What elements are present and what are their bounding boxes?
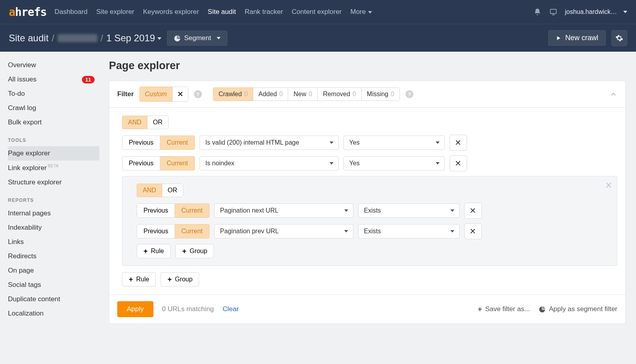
remove-rule-button[interactable]: ✕	[464, 223, 482, 239]
sidebar-structure-explorer[interactable]: Structure explorer	[8, 175, 99, 190]
tab-missing[interactable]: Missing 0	[362, 87, 400, 101]
logic-or[interactable]: OR	[147, 116, 169, 129]
nav-dashboard[interactable]: Dashboard	[54, 6, 88, 17]
new-crawl-button[interactable]: New crawl	[548, 30, 606, 46]
sidebar-internal-pages[interactable]: Internal pages	[8, 206, 99, 221]
breadcrumb-date-select[interactable]: 1 Sep 2019	[106, 33, 161, 44]
prev-button[interactable]: Previous	[122, 156, 160, 170]
logo: ahrefs	[9, 6, 47, 19]
sidebar-bulk-export[interactable]: Bulk export	[8, 115, 99, 130]
value-select[interactable]: Yes	[343, 156, 445, 170]
nav-more[interactable]: More	[350, 6, 373, 17]
nav-site-explorer[interactable]: Site explorer	[95, 6, 135, 17]
sidebar-social-tags[interactable]: Social tags	[8, 278, 99, 292]
clear-custom-button[interactable]: ✕	[173, 87, 188, 102]
add-rule-button[interactable]: +Rule	[137, 244, 171, 258]
sidebar: Overview All issues11 To-do Crawl log Bu…	[0, 52, 99, 336]
filter-header: Filter Custom ✕ ? Crawled 0 Added 0 New …	[109, 81, 625, 108]
sidebar-on-page[interactable]: On page	[8, 263, 99, 278]
collapse-toggle[interactable]	[609, 90, 617, 98]
custom-filter-pill: Custom ✕	[140, 87, 188, 102]
custom-label[interactable]: Custom	[140, 87, 173, 102]
add-group-button[interactable]: +Group	[161, 272, 199, 287]
nav-keywords-explorer[interactable]: Keywords explorer	[142, 6, 200, 17]
monitor-icon[interactable]	[549, 8, 558, 16]
clear-link[interactable]: Clear	[223, 305, 239, 313]
crawl-version-toggle: Previous Current	[137, 224, 209, 238]
play-icon	[556, 35, 561, 41]
segment-button[interactable]: Segment	[167, 31, 227, 46]
rule-row: Previous Current Is valid (200) internal…	[122, 135, 617, 151]
current-button[interactable]: Current	[175, 203, 209, 218]
value-select[interactable]: Exists	[358, 203, 460, 218]
chevron-down-icon	[157, 37, 161, 40]
logic-and[interactable]: AND	[122, 116, 147, 129]
sidebar-all-issues[interactable]: All issues11	[8, 72, 99, 87]
field-select[interactable]: Is noindex	[200, 156, 339, 170]
sidebar-reports-label: REPORTS	[8, 190, 99, 206]
rule-row: Previous Current Pagination prev URL Exi…	[137, 223, 610, 239]
settings-button[interactable]	[611, 30, 627, 46]
page-title: Page explorer	[109, 60, 626, 72]
tab-new[interactable]: New 0	[288, 87, 318, 101]
chevron-down-icon	[217, 37, 221, 39]
sidebar-duplicate-content[interactable]: Duplicate content	[8, 292, 99, 306]
tab-removed[interactable]: Removed 0	[318, 87, 361, 101]
sidebar-page-explorer[interactable]: Page explorer	[8, 146, 99, 161]
remove-rule-button[interactable]: ✕	[450, 135, 467, 151]
nav-content-explorer[interactable]: Content explorer	[291, 6, 343, 17]
gear-icon	[615, 34, 623, 42]
save-filter-button[interactable]: + Save filter as...	[478, 305, 530, 313]
logic-and[interactable]: AND	[137, 184, 162, 197]
sidebar-localization[interactable]: Localization	[8, 306, 99, 321]
rule-row: Previous Current Is noindex Yes ✕	[122, 155, 617, 171]
logo-a: a	[9, 6, 15, 19]
field-select[interactable]: Pagination next URL	[214, 203, 353, 218]
prev-button[interactable]: Previous	[137, 224, 175, 238]
filter-label: Filter	[117, 90, 134, 98]
sidebar-link-explorer[interactable]: Link explorerBETA	[8, 161, 99, 175]
rule-row: Previous Current Pagination next URL Exi…	[137, 203, 610, 219]
help-icon[interactable]: ?	[194, 90, 202, 98]
user-menu[interactable]: joshua.hardwick…	[565, 8, 627, 15]
add-rule-button[interactable]: +Rule	[122, 272, 156, 287]
current-button[interactable]: Current	[160, 136, 194, 150]
value-select[interactable]: Yes	[343, 136, 445, 150]
sidebar-redirects[interactable]: Redirects	[8, 249, 99, 263]
tab-crawled[interactable]: Crawled 0	[213, 87, 254, 101]
sidebar-links[interactable]: Links	[8, 235, 99, 249]
nested-group: ✕ AND OR Previous Current Pagination nex…	[122, 176, 617, 266]
filter-tabs: Crawled 0 Added 0 New 0 Removed 0 Missin…	[213, 87, 400, 101]
bell-icon[interactable]	[533, 8, 542, 16]
user-name: joshua.hardwick…	[565, 8, 617, 15]
add-group-button[interactable]: +Group	[175, 244, 214, 258]
field-select[interactable]: Pagination prev URL	[214, 224, 353, 238]
apply-segment-button[interactable]: Apply as segment filter	[539, 305, 617, 313]
logic-or[interactable]: OR	[162, 184, 183, 197]
nav-site-audit[interactable]: Site audit	[207, 6, 237, 17]
apply-button[interactable]: Apply	[117, 301, 153, 317]
prev-button[interactable]: Previous	[122, 136, 160, 150]
nav-rank-tracker[interactable]: Rank tracker	[244, 6, 283, 17]
breadcrumb-section: Site audit	[9, 33, 48, 44]
sidebar-indexability[interactable]: Indexability	[8, 221, 99, 235]
tab-added[interactable]: Added 0	[253, 87, 288, 101]
current-button[interactable]: Current	[160, 156, 194, 170]
sidebar-overview[interactable]: Overview	[8, 58, 99, 72]
plus-icon: +	[167, 276, 172, 283]
sidebar-crawl-log[interactable]: Crawl log	[8, 101, 99, 115]
remove-rule-button[interactable]: ✕	[450, 155, 467, 171]
chevron-down-icon	[623, 11, 627, 13]
remove-rule-button[interactable]: ✕	[464, 203, 482, 219]
value-select[interactable]: Exists	[358, 224, 460, 238]
crawl-version-toggle: Previous Current	[122, 136, 195, 150]
prev-button[interactable]: Previous	[137, 203, 175, 218]
remove-group-button[interactable]: ✕	[605, 180, 612, 191]
field-select[interactable]: Is valid (200) internal HTML page	[200, 136, 339, 150]
matching-count: 0 URLs matching	[162, 305, 214, 313]
plus-icon: +	[143, 248, 148, 255]
sidebar-to-do[interactable]: To-do	[8, 87, 99, 101]
help-icon[interactable]: ?	[405, 90, 413, 98]
current-button[interactable]: Current	[175, 224, 209, 238]
plus-icon: +	[182, 248, 186, 255]
